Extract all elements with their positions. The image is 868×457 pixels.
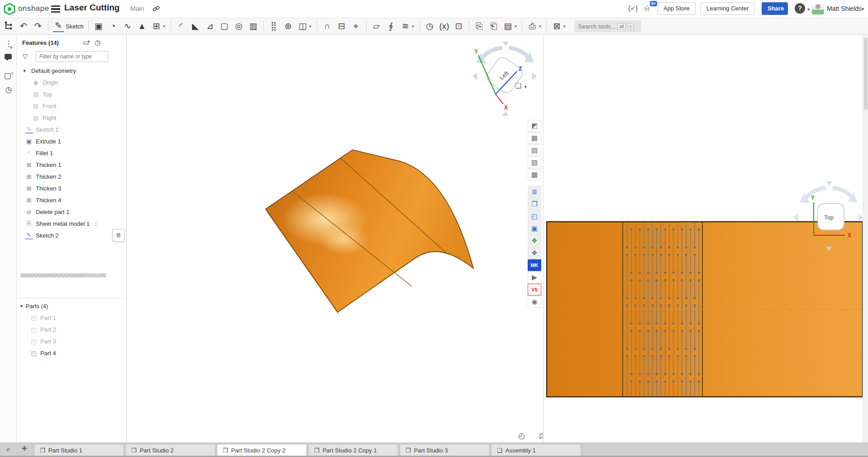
feature-item[interactable]: ▤ Right [17,112,127,124]
toolbar-button[interactable]: ⊠ ▼ [550,20,568,33]
toolbar-button[interactable]: ⎘ [472,20,486,33]
link-icon[interactable] [152,5,160,13]
toolbar-button[interactable] [171,21,171,32]
mass-properties-icon[interactable]: ⚖ [539,431,543,441]
chevron-down-icon[interactable]: ▼ [514,24,518,29]
app-icon[interactable]: ◉ [528,296,541,308]
app-store-button[interactable]: App Store [658,2,696,15]
app-icon[interactable]: VS [528,284,541,295]
document-tab[interactable]: ❐ Part Studio 3 [400,444,490,456]
toolbar-button[interactable] [88,21,89,32]
feature-list-popout-button[interactable]: ≣ [112,229,125,242]
3d-viewport[interactable]: Left Y Z X ❏ ▼ ◴ ⚖ [127,35,543,443]
view-options-cube-icon[interactable]: ❏ ▼ [515,81,528,90]
filter-input[interactable] [36,51,108,62]
feature-item[interactable]: ⊘ Delete part 1 [17,206,127,218]
toolbar-button[interactable]: ◣ [189,20,202,33]
toolbar-button[interactable]: ✎ Sketch [52,19,85,33]
notifications-bell-icon[interactable]: ⍾ [644,4,649,13]
document-tab[interactable]: ❐ Part Studio 2 Copy 1 [308,444,398,456]
feature-item[interactable]: ⊞ Thicken 1 [17,159,127,171]
toolbar-button[interactable]: ⎙ ▼ [525,20,543,33]
toolbar-button[interactable]: ⊡ [452,20,466,33]
feature-item[interactable]: ⎘ Sheet metal model 1 ⋮ [17,218,127,229]
learning-center-button[interactable]: Learning Center [701,2,754,15]
stopwatch-icon[interactable]: ◷ [3,85,14,95]
chevron-down-icon[interactable]: ▼ [538,24,542,29]
document-tab[interactable]: ❐ Part Studio 2 Copy 2 [217,444,307,456]
document-tab[interactable]: ❐ Part Studio 1 [34,444,124,456]
toolbar-button[interactable]: ⊞ ▼ [150,20,167,33]
document-menu-icon[interactable] [51,5,60,13]
toolbar-button[interactable]: ⣿ [267,20,281,33]
flat-pattern-viewport[interactable]: Top Y X [543,35,868,443]
toolbar-button[interactable]: ⊿ [203,20,217,33]
app-icon[interactable]: ▦ [528,132,541,144]
toolbar-button[interactable]: (x) [438,20,451,33]
document-tab[interactable]: ❏ Assembly 1 [491,444,581,456]
history-icon[interactable]: ◷ [95,38,100,47]
toolbar-button[interactable] [522,21,522,32]
toolbar-button[interactable]: ▤ ▼ [501,20,519,33]
part-item[interactable]: ◰ Part 1 [17,312,127,324]
user-avatar[interactable] [812,2,824,14]
feature-item[interactable]: ◜ Fillet 1 [17,147,127,159]
toolbar-button[interactable]: ⎗ [487,20,501,33]
toolbar-button[interactable]: ◜ [174,20,188,33]
chevron-down-icon[interactable]: ▼ [563,24,566,29]
part-item[interactable]: ◰ Part 2 [17,324,127,335]
toolbar-button[interactable] [546,21,547,32]
toolbar-button[interactable]: ▲ [135,20,149,33]
help-icon[interactable]: ? [795,3,805,14]
feature-tree-icon[interactable] [4,21,14,31]
help-caret-icon[interactable]: ▼ [806,7,811,12]
document-tab[interactable]: ❐ Part Studio 2 [125,444,215,456]
toolbar-button[interactable]: ≋ ▼ [399,20,416,33]
view-cube-left[interactable]: Left Y Z X [471,40,539,119]
toolbar-button[interactable]: ▢ [218,20,231,33]
toolbar-button[interactable]: ▣ [92,20,105,33]
toolbar-button[interactable]: ⊟ [335,20,348,33]
toolbar-button[interactable]: ∮ [384,20,398,33]
chevron-down-icon[interactable]: ▼ [162,24,166,29]
toolbar-button[interactable]: ◫ ▼ [296,20,314,33]
app-icon[interactable]: ◩ [528,120,541,132]
filter-icon[interactable]: ▽ [23,52,28,60]
toolbar-button[interactable]: ◷ [423,20,437,33]
feature-item[interactable]: ▾ Default geometry [17,65,127,76]
search-tabs-icon[interactable]: ⌕ [6,445,10,453]
measure-icon[interactable]: ◴ [518,431,525,441]
insert-mate-connector-icon[interactable]: ⋮+ [3,38,14,49]
toolbar-button[interactable] [317,21,317,32]
feature-item[interactable]: ▤ Front [17,100,127,112]
user-caret-icon[interactable]: ▼ [861,7,865,11]
app-icon[interactable]: MK [528,259,541,271]
toolbar-button[interactable]: ▱ [370,20,383,33]
toolbar-button[interactable]: ◔ [106,20,120,33]
share-button[interactable]: Share [762,2,788,15]
pan-down-icon[interactable] [826,247,832,251]
chevron-down-icon[interactable]: ▼ [411,24,415,29]
feature-item[interactable]: ✎ Sketch 2 [17,229,127,241]
toolbar-button[interactable]: ⊛ [281,20,295,33]
onshape-logo-icon[interactable] [4,3,15,15]
app-icon[interactable]: ❖ [528,247,541,259]
toolbar-button[interactable]: ∿ [121,20,134,33]
document-title[interactable]: Laser Cutting [64,3,119,13]
chevron-down-icon[interactable]: ▼ [309,24,312,29]
app-icon[interactable]: ▣ [528,223,541,234]
toolbar-button[interactable]: ▥ [247,20,260,33]
part-item[interactable]: ◰ Part 4 [17,347,127,359]
add-folder-icon[interactable]: ▭+ [83,38,92,47]
rollback-bar[interactable] [20,273,106,277]
parts-header[interactable]: ▾ Parts (4) [20,300,48,312]
app-icon[interactable]: ❖ [528,235,541,247]
feature-script-icon[interactable]: {✓} [628,5,638,12]
branch-name[interactable]: Main [130,5,144,12]
toolbar-button[interactable]: ↷ [31,20,45,33]
toolbar-button[interactable]: ◎ [232,20,246,33]
app-icon[interactable]: ▨ [528,157,541,168]
model-help-icon[interactable]: ▢? [3,68,14,79]
toolbar-button[interactable] [469,21,469,32]
feature-item[interactable]: ▤ Top [17,88,127,100]
